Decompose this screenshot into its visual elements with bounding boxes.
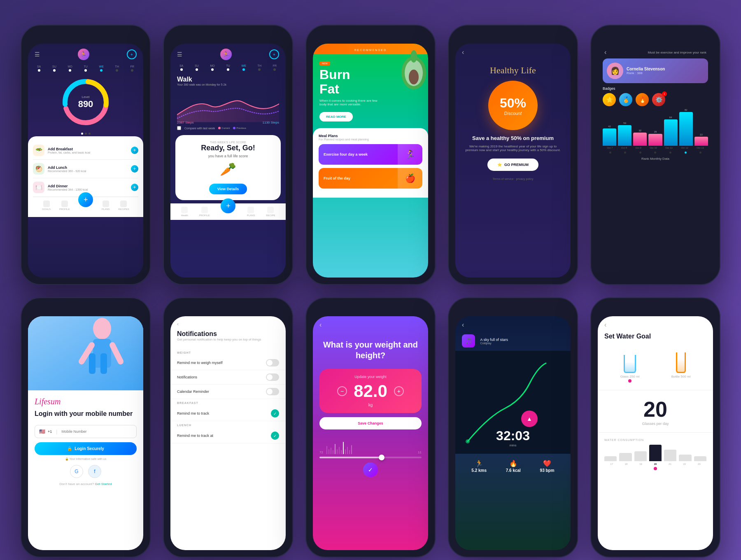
p2-view-btn[interactable]: View Details <box>209 184 247 194</box>
phone-walk: ☰ 🏃 + SA SU MO TU WE TH FR Walk Your 380… <box>163 25 293 285</box>
p2-nav-plans[interactable]: PLANS <box>247 207 255 217</box>
p6-secure-text: 🔒 Your information safe with us <box>35 457 137 461</box>
p1-meal-breakfast[interactable]: 🥗 Add Breakfast Protein, fat, carbs, and… <box>33 141 138 160</box>
p6-phone-input[interactable]: 🇺🇸 +1 | <box>35 425 137 438</box>
p10-bars-row <box>604 445 706 461</box>
p8-plus-btn[interactable]: + <box>394 386 404 396</box>
p10-vessel-options: Glass 250 ml Bottle 500 ml <box>598 345 713 387</box>
p6-mobile-input[interactable] <box>61 429 132 434</box>
p4-btn-area: ⭐ GO PREMIUM <box>455 155 571 174</box>
p10-bar-20 <box>649 445 662 461</box>
phone-notch-3 <box>354 32 387 40</box>
p8-save-btn[interactable]: Save Changes <box>319 417 422 429</box>
p1-nav-profile[interactable]: PROFILE <box>59 201 70 210</box>
p2-nav-profile[interactable]: PROFILE <box>199 207 210 217</box>
p6-login-btn[interactable]: 🔒 Login Securely <box>35 442 137 455</box>
p2-menu-icon[interactable]: ☰ <box>177 51 182 58</box>
p7-calendar-item[interactable]: Calendar Reminder <box>170 385 286 399</box>
p2-carrot-icon: 🥕 <box>181 161 275 177</box>
p3-card-exercise[interactable]: Exercise four day a week 🏃‍♀️ <box>319 144 422 165</box>
p1-nav-add[interactable]: + <box>78 192 93 207</box>
p8-back-icon[interactable]: ‹ <box>319 321 322 329</box>
p7-weigh-item[interactable]: Remind me to weigh myself <box>170 356 286 370</box>
p8-title: What is your weight and height? <box>319 339 422 361</box>
phone4-screen: ‹ Healthy Life 50% Discount Save a healt… <box>455 44 571 278</box>
p4-footer: Terms of service · privacy policy <box>455 174 571 184</box>
p5-avatar: 👩 <box>607 63 623 79</box>
p8-minus-btn[interactable]: − <box>337 386 347 396</box>
p3-avocado-icon <box>397 50 428 91</box>
phone-notch-4 <box>496 32 529 40</box>
p10-back-icon[interactable]: ‹ <box>604 321 606 329</box>
p1-breakfast-label: Add Breakfast <box>48 147 90 151</box>
p8-done-btn[interactable]: ✓ <box>363 462 378 477</box>
p2-nav-health[interactable]: Health <box>181 207 188 217</box>
phone6-screen: Lifesum Login with your mobile number 🇺🇸… <box>28 316 143 550</box>
p3-meal-plans: Meal Plans For Planned recipes and meal … <box>313 128 428 198</box>
p5-back-icon[interactable]: ‹ <box>604 49 606 56</box>
phone-notch-9 <box>496 305 529 313</box>
p10-glass-option[interactable]: Glass 250 ml <box>620 348 640 383</box>
p10-bottle-option[interactable]: Bottle 500 ml <box>671 348 691 383</box>
p3-new-badge: NEW <box>319 61 330 65</box>
p10-glass-shape <box>624 355 636 373</box>
p7-calendar-toggle[interactable] <box>266 388 279 395</box>
p6-google-btn[interactable]: G <box>70 465 83 478</box>
p9-track-text: A sky full of stars Coldplay <box>480 338 508 345</box>
p8-slider[interactable] <box>319 457 422 458</box>
p5-username: Cornelia Stevenson <box>627 67 665 71</box>
p10-dot-row <box>604 467 706 470</box>
p9-back-icon[interactable]: ‹ <box>462 321 464 329</box>
p3-hero: NEW BurnFat When it comes to cooking the… <box>313 54 428 125</box>
p2-life-score: THIS WEEK'S LIFE SCORE Ready, Set, Go! y… <box>175 135 281 200</box>
p2-nav-add[interactable]: + <box>221 198 235 213</box>
p4-back-icon[interactable]: ‹ <box>462 49 464 56</box>
p1-nav-goals[interactable]: GOALS <box>42 201 51 210</box>
p7-lunch-track-item[interactable]: Remind me to track at ✓ <box>170 428 286 443</box>
p9-stat-distance: 🏃 5.2 kms <box>471 460 487 473</box>
p1-add-lunch-btn[interactable]: + <box>131 165 138 173</box>
p3-read-more-btn[interactable]: READ MORE <box>319 112 353 121</box>
p6-hero <box>28 316 143 390</box>
p6-hero-image <box>28 316 143 390</box>
p5-dots <box>603 150 708 155</box>
p1-add-dinner-btn[interactable]: + <box>131 184 138 191</box>
p6-flag-icon: 🇺🇸 <box>39 429 45 434</box>
p7-notif-item[interactable]: Notifications <box>170 370 286 385</box>
p10-header: ‹ <box>598 316 713 331</box>
p10-bottle-vessel <box>671 348 691 373</box>
p3-fruit-img: 🍎 <box>398 168 422 189</box>
phone8-screen: ‹ What is your weight and height? Update… <box>313 316 428 550</box>
phone-notch-5 <box>639 32 672 40</box>
p5-chart-labels: Oct 7 Oct 8 Oct 9 Oct 10 Oct 11 Oct 12 O… <box>603 146 708 150</box>
p9-timer: 32:03 mins <box>496 428 530 447</box>
p1-breakfast-desc: Protein, fat, carbs, and basic kcal <box>48 151 90 154</box>
p7-lunch-label: LUENCH <box>170 421 286 428</box>
p7-weigh-toggle[interactable] <box>266 359 279 366</box>
p7-header: ‹ Notifications Get personal notificatio… <box>170 316 286 349</box>
p1-add-breakfast-btn[interactable]: + <box>131 147 138 154</box>
p7-breakfast-track-item[interactable]: Remind me to track ✓ <box>170 406 286 421</box>
p1-meal-lunch[interactable]: 🥙 Add Lunch Recommended 360 - 920 kcal + <box>33 160 138 178</box>
p7-breakfast-check: ✓ <box>271 409 279 418</box>
p3-card-fruit[interactable]: Fruit of the day 🍎 <box>319 168 422 189</box>
p6-get-started-link[interactable]: Get Started <box>95 482 112 486</box>
phone-notch-7 <box>212 305 245 313</box>
p8-card-label: Update your weight <box>325 375 416 379</box>
p7-back-btn[interactable]: ‹ <box>177 321 279 327</box>
p10-glass-selected <box>628 379 631 383</box>
p7-breakfast-label: BREAKFAST <box>170 399 286 406</box>
p7-notif-toggle[interactable] <box>266 373 279 381</box>
p6-social-buttons: G f <box>35 465 137 478</box>
p6-register-text: Don't have an account? Get Started <box>35 482 137 486</box>
p2-nav-recipes[interactable]: RECIPE <box>266 207 275 217</box>
p8-slider-thumb[interactable] <box>379 455 384 460</box>
p1-menu-icon[interactable]: ☰ <box>35 51 40 58</box>
p4-premium-btn[interactable]: ⭐ GO PREMIUM <box>487 159 538 171</box>
p1-nav-plans[interactable]: PLANS <box>102 201 110 210</box>
p10-bar-23 <box>694 456 706 461</box>
p6-tagline: Login with your mobile number <box>35 410 137 418</box>
p1-meals: 🥗 Add Breakfast Protein, fat, carbs, and… <box>28 136 143 217</box>
p6-facebook-btn[interactable]: f <box>88 465 101 478</box>
p1-nav-recipes[interactable]: RECIPES <box>118 201 129 210</box>
